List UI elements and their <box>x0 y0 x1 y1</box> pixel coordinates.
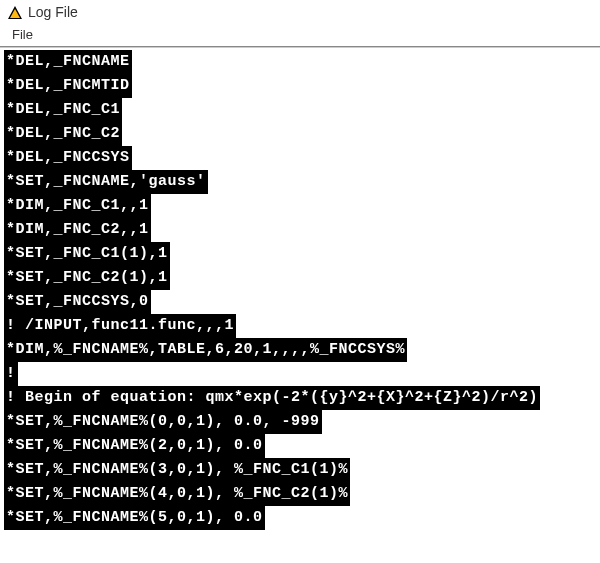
log-line: *DIM,_FNC_C2,,1 <box>4 218 151 242</box>
titlebar: Log File <box>0 0 600 25</box>
log-line: *SET,%_FNCNAME%(5,0,1), 0.0 <box>4 506 265 530</box>
log-line: ! /INPUT,func11.func,,,1 <box>4 314 236 338</box>
log-line: *SET,_FNCNAME,'gauss' <box>4 170 208 194</box>
menubar: File <box>0 25 600 47</box>
window-title: Log File <box>28 4 78 20</box>
log-line: *DEL,_FNC_C1 <box>4 98 122 122</box>
log-line: *DEL,_FNC_C2 <box>4 122 122 146</box>
log-line: *SET,%_FNCNAME%(2,0,1), 0.0 <box>4 434 265 458</box>
log-line: *SET,%_FNCNAME%(4,0,1), %_FNC_C2(1)% <box>4 482 350 506</box>
log-line: *SET,%_FNCNAME%(3,0,1), %_FNC_C1(1)% <box>4 458 350 482</box>
log-line: *SET,_FNC_C2(1),1 <box>4 266 170 290</box>
log-line: ! <box>4 362 18 386</box>
log-line: *DEL,_FNCNAME <box>4 50 132 74</box>
log-line: *DEL,_FNCMTID <box>4 74 132 98</box>
log-line: ! Begin of equation: qmx*exp(-2*({y}^2+{… <box>4 386 540 410</box>
log-line: *DIM,%_FNCNAME%,TABLE,6,20,1,,,,%_FNCCSY… <box>4 338 407 362</box>
log-line: *DIM,_FNC_C1,,1 <box>4 194 151 218</box>
app-icon <box>8 6 22 19</box>
log-line: *SET,_FNCCSYS,0 <box>4 290 151 314</box>
log-line: *DEL,_FNCCSYS <box>4 146 132 170</box>
log-content: *DEL,_FNCNAME *DEL,_FNCMTID *DEL,_FNC_C1… <box>0 47 600 532</box>
menu-file[interactable]: File <box>8 25 37 44</box>
log-line: *SET,%_FNCNAME%(0,0,1), 0.0, -999 <box>4 410 322 434</box>
log-line: *SET,_FNC_C1(1),1 <box>4 242 170 266</box>
